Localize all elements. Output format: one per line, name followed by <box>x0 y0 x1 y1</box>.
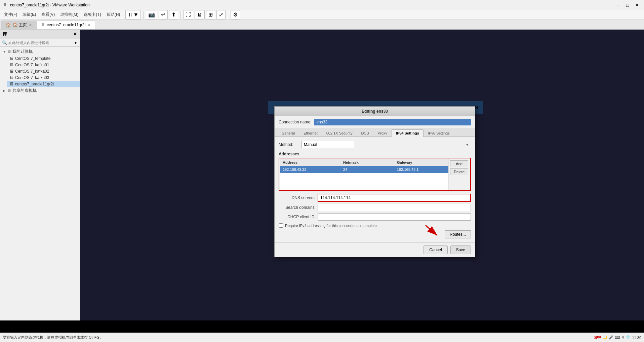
tab-proxy[interactable]: Proxy <box>373 129 392 137</box>
connection-name-input[interactable] <box>314 119 471 125</box>
tree-item-kafka01[interactable]: 🖥 CentOS 7_kafka01 <box>7 62 80 68</box>
tree-item-template[interactable]: 🖥 CentOS 7_template <box>7 55 80 62</box>
addresses-area: Address Netmask Gateway 192.168.43.32 24… <box>280 159 470 190</box>
method-select-wrapper: Manual Automatic (DHCP) Link-Local Only … <box>301 141 471 148</box>
tab-home[interactable]: 🏠 🏠 主页 ✕ <box>1 21 36 29</box>
tray-moon-icon[interactable]: 🌙 <box>603 335 607 340</box>
method-select[interactable]: Manual Automatic (DHCP) Link-Local Only … <box>301 141 354 148</box>
addresses-outer: Address Netmask Gateway 192.168.43.32 24… <box>279 158 471 191</box>
tree-item-kafka02[interactable]: 🖥 CentOS 7_kafka02 <box>7 68 80 74</box>
addr-buttons: Add Delete <box>448 159 470 190</box>
col-address-header: Address <box>280 159 340 166</box>
menu-view[interactable]: 查看(V) <box>39 10 57 19</box>
dialog-title: Editing ens33 <box>362 109 388 114</box>
vm-icon-kafka01: 🖥 <box>9 62 14 67</box>
tab-dcb[interactable]: DCB <box>357 129 373 137</box>
sidebar-close-icon[interactable]: ✕ <box>73 32 77 37</box>
tab-ipv4[interactable]: IPv4 Settings <box>392 129 424 137</box>
menu-tabs[interactable]: 选项卡(T) <box>81 10 104 19</box>
tab-vm-label: centos7_oracle11gr2t <box>47 23 85 27</box>
dialog-content: Method: Manual Automatic (DHCP) Link-Loc… <box>275 137 475 242</box>
tray-download-icon[interactable]: ⬇ <box>621 335 625 340</box>
sidebar-search[interactable]: 🔍 ▼ <box>0 39 80 47</box>
tab-8021x[interactable]: 802.1X Security <box>322 129 357 137</box>
search-icon: 🔍 <box>2 40 7 45</box>
routes-button[interactable]: Routes... <box>445 230 471 238</box>
tray-shirt-icon[interactable]: 👕 <box>626 335 631 340</box>
add-address-button[interactable]: Add <box>450 160 468 167</box>
toolbar-sep-2 <box>180 11 181 19</box>
search-domains-input[interactable] <box>318 204 471 211</box>
tab-vm-close[interactable]: ✕ <box>88 23 91 27</box>
sidebar-title: 库 <box>3 31 7 37</box>
tree-my-computer-label: 我的计算机 <box>12 49 33 54</box>
toolbar-prefs-btn[interactable]: ⚙ <box>231 10 240 20</box>
menu-file[interactable]: 文件(F) <box>1 10 20 19</box>
toolbar-pause-btn[interactable]: ⏸▼ <box>125 10 141 20</box>
minimize-button[interactable]: － <box>614 2 622 8</box>
close-button[interactable]: ✕ <box>633 2 641 8</box>
tree-shared-vm[interactable]: ▶ 🖥 共享的虚拟机 <box>0 87 80 94</box>
tab-ipv6[interactable]: IPv6 Settings <box>424 129 454 137</box>
tab-vm[interactable]: 🖥 centos7_oracle11gr2t ✕ <box>36 21 95 29</box>
toolbar-revert-btn[interactable]: ↩ <box>159 10 168 20</box>
dropdown-arrow-icon: ▼ <box>466 143 469 147</box>
tree-expand-icon: ▼ <box>3 50 7 53</box>
maximize-button[interactable]: □ <box>623 2 632 8</box>
dhcp-client-id-row: DHCP client ID: <box>279 213 471 221</box>
vm-icon-kafka03: 🖥 <box>9 75 14 80</box>
tree-my-computer[interactable]: ▼ 🖥 我的计算机 <box>0 48 80 55</box>
addresses-table-header: Address Netmask Gateway <box>280 159 448 166</box>
tree-children: 🖥 CentOS 7_template 🖥 CentOS 7_kafka01 🖥… <box>0 55 80 87</box>
vm-area[interactable]: NETWORK & HOST NAME CENTOS 7 INSTALLATIO… <box>80 30 644 320</box>
system-tray: S中 🌙 🎤 ⌨ ⬇ 👕 11:30 <box>594 335 641 341</box>
tree-item-kafka02-label: CentOS 7_kafka02 <box>15 69 49 74</box>
search-domains-label: Search domains: <box>279 205 316 210</box>
require-ipv4-checkbox[interactable] <box>279 223 283 228</box>
toolbar-scale-btn[interactable]: ⊞ <box>206 10 215 20</box>
tray-mic-icon[interactable]: 🎤 <box>609 335 613 340</box>
tray-shurufa[interactable]: S中 <box>594 335 602 341</box>
dhcp-client-id-input[interactable] <box>318 213 471 221</box>
toolbar-sep-1 <box>143 11 144 19</box>
addr-empty-area <box>280 173 448 190</box>
status-bar: 要将输入定向到该虚拟机，请在虚拟机内部单击或按 Ctrl+G。 S中 🌙 🎤 ⌨… <box>0 333 644 342</box>
netmask-value-0: 24 <box>340 166 394 173</box>
sidebar-tree: ▼ 🖥 我的计算机 🖥 CentOS 7_template 🖥 CentOS 7… <box>0 47 80 320</box>
require-ipv4-row: Require IPv4 addressing for this connect… <box>279 223 471 228</box>
menu-bar: 文件(F) 编辑(E) 查看(V) 虚拟机(M) 选项卡(T) 帮助(H) ⏸▼… <box>0 10 644 20</box>
home-icon: 🏠 <box>6 23 11 28</box>
tab-home-close[interactable]: ✕ <box>29 23 32 27</box>
editing-dialog: Editing ens33 Connection name: General E… <box>274 106 475 257</box>
vm-icon-template: 🖥 <box>9 56 14 61</box>
toolbar-send-key-btn[interactable]: ⬆ <box>169 10 178 20</box>
menu-edit[interactable]: 编辑(E) <box>20 10 39 19</box>
tray-keyboard-icon[interactable]: ⌨ <box>615 335 620 340</box>
app-icon: 🖥 <box>3 2 8 8</box>
menu-help[interactable]: 帮助(H) <box>104 10 123 19</box>
status-text: 要将输入定向到该虚拟机，请在虚拟机内部单击或按 Ctrl+G。 <box>3 335 103 340</box>
tray-time: 11:30 <box>632 336 641 340</box>
toolbar-snapshot-btn[interactable]: 📷 <box>146 10 157 20</box>
dns-label: DNS servers: <box>279 195 316 200</box>
tree-item-kafka03[interactable]: 🖥 CentOS 7_kafka03 <box>7 74 80 81</box>
dhcp-client-id-label: DHCP client ID: <box>279 215 316 219</box>
delete-address-button[interactable]: Delete <box>450 168 468 175</box>
tree-item-oracle[interactable]: 🖥 centos7_oracle11gr2t <box>7 81 80 87</box>
search-dropdown-icon[interactable]: ▼ <box>74 40 78 45</box>
tab-general[interactable]: General <box>277 129 299 137</box>
menu-vm[interactable]: 虚拟机(M) <box>57 10 81 19</box>
toolbar-unity-btn[interactable]: 🖥 <box>195 10 205 20</box>
routes-area: Routes... <box>279 230 471 238</box>
toolbar-stretch-btn[interactable]: ⤢ <box>216 10 226 20</box>
cancel-button[interactable]: Cancel <box>424 245 447 254</box>
toolbar-fullscreen-btn[interactable]: ⛶ <box>183 10 193 20</box>
routes-arrow-indicator <box>424 224 441 237</box>
tab-ethernet[interactable]: Ethernet <box>299 129 322 137</box>
dns-row: DNS servers: <box>279 194 471 202</box>
vm-icon: 🖥 <box>41 23 45 27</box>
save-button[interactable]: Save <box>450 245 471 254</box>
search-input[interactable] <box>8 41 72 45</box>
address-row-0[interactable]: 192.168.43.32 24 192.168.43.1 <box>280 166 448 173</box>
dns-input[interactable] <box>318 194 471 202</box>
